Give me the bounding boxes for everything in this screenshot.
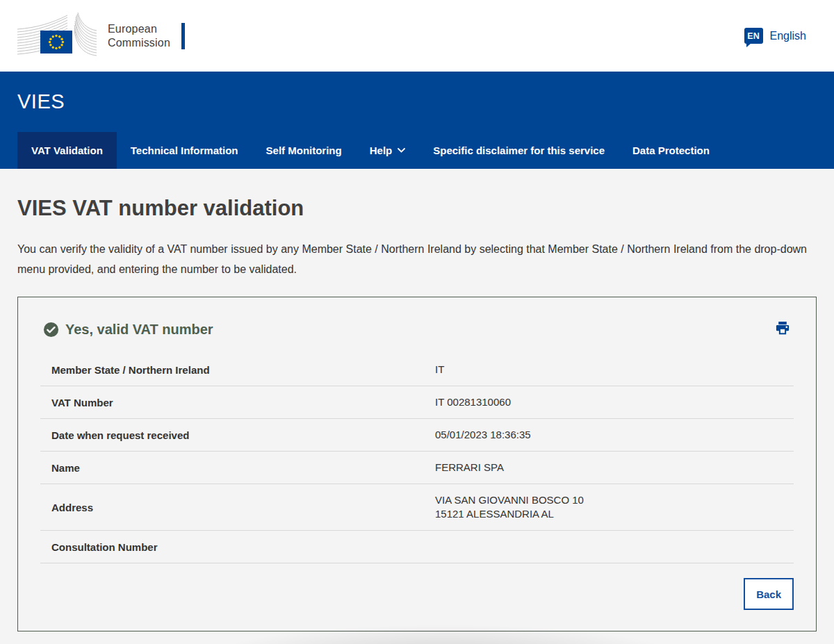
status-title: Yes, valid VAT number	[65, 322, 774, 338]
app-banner: VIES VAT Validation Technical Informatio…	[0, 72, 834, 169]
language-code-badge-icon: EN	[744, 28, 763, 44]
table-row-vat-number: VAT Number IT 00281310060	[40, 386, 794, 419]
nav-tab-help[interactable]: Help	[356, 132, 420, 169]
validation-result-panel: Yes, valid VAT number Member State / Nor…	[17, 297, 817, 631]
nav-tab-specific-disclaimer[interactable]: Specific disclaimer for this service	[419, 132, 619, 169]
main-navigation: VAT Validation Technical Information Sel…	[17, 132, 723, 169]
intro-text: You can verify the validity of a VAT num…	[17, 239, 817, 279]
result-actions: Back	[40, 578, 794, 610]
result-detail-table: Member State / Northern Ireland IT VAT N…	[40, 354, 794, 563]
page-title: VIES VAT number validation	[17, 196, 817, 221]
logo-wordmark: European Commission	[108, 22, 170, 50]
table-row-consultation-number: Consultation Number	[40, 531, 794, 563]
printer-icon	[776, 327, 790, 337]
nav-tab-data-protection[interactable]: Data Protection	[619, 132, 723, 169]
european-commission-logo[interactable]: European Commission	[17, 13, 185, 60]
logo-divider-bar	[181, 23, 185, 49]
site-title: VIES	[17, 72, 834, 113]
language-label: English	[770, 30, 806, 42]
main-content: VIES VAT number validation You can verif…	[0, 196, 834, 631]
eu-flag-icon	[17, 13, 99, 60]
nav-tab-vat-validation[interactable]: VAT Validation	[17, 132, 117, 169]
result-header: Yes, valid VAT number	[40, 320, 794, 338]
table-row-date-received: Date when request received 05/01/2023 18…	[40, 419, 794, 452]
table-row-address: Address VIA SAN GIOVANNI BOSCO 10 15121 …	[40, 484, 794, 531]
language-selector[interactable]: EN English	[744, 28, 806, 44]
nav-tab-self-monitoring[interactable]: Self Monitoring	[252, 132, 356, 169]
nav-tab-technical-information[interactable]: Technical Information	[117, 132, 252, 169]
print-button[interactable]	[774, 320, 791, 338]
table-row-member-state: Member State / Northern Ireland IT	[40, 354, 794, 386]
chevron-down-icon	[398, 148, 405, 153]
check-circle-icon	[43, 322, 59, 338]
table-row-name: Name FERRARI SPA	[40, 452, 794, 484]
back-button[interactable]: Back	[744, 578, 794, 610]
site-header: European Commission EN English	[0, 0, 834, 72]
